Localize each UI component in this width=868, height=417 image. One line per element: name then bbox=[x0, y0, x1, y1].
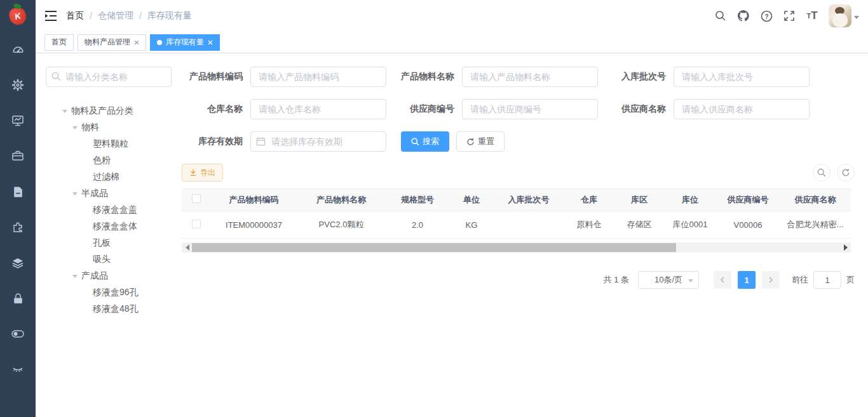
sidebar-item-layers[interactable] bbox=[0, 245, 36, 281]
horizontal-scrollbar[interactable] bbox=[182, 242, 851, 253]
user-avatar[interactable] bbox=[829, 4, 851, 27]
table-row[interactable]: ITEM00000037 PVC2.0颗粒 2.0 KG 原料仓 存储区 库位0… bbox=[182, 211, 851, 239]
breadcrumb-separator: / bbox=[90, 11, 92, 21]
category-search bbox=[46, 67, 172, 87]
batch-no-input[interactable] bbox=[674, 67, 810, 87]
prev-page-button[interactable] bbox=[714, 271, 731, 289]
tab-home[interactable]: 首页 bbox=[44, 34, 74, 51]
chevron-right-icon bbox=[768, 277, 774, 283]
field-label: 供应商编号 bbox=[393, 103, 462, 115]
sidebar-item-tool[interactable] bbox=[0, 138, 36, 174]
field-label: 产品物料名称 bbox=[393, 71, 462, 83]
page-number-button[interactable]: 1 bbox=[738, 271, 756, 289]
cell-item-code: ITEM00000037 bbox=[211, 211, 297, 239]
main-column: 首页 / 仓储管理 / 库存现有量 ? bbox=[36, 0, 868, 417]
filter-supplier-name: 供应商名称 bbox=[605, 99, 810, 119]
fullscreen-icon bbox=[783, 10, 795, 22]
sidebar-item-monitor[interactable] bbox=[0, 103, 36, 138]
expiry-date-input[interactable] bbox=[250, 131, 386, 152]
sidebar-item-document[interactable] bbox=[0, 174, 36, 209]
app-logo[interactable]: K bbox=[0, 0, 36, 32]
tree-node[interactable]: 移液盒96孔 bbox=[46, 284, 172, 301]
jump-page-input[interactable] bbox=[813, 271, 841, 289]
scroll-right-arrow[interactable] bbox=[841, 242, 851, 253]
tree-node[interactable]: 过滤棉 bbox=[46, 169, 172, 185]
page-size-select[interactable]: 10条/页 bbox=[638, 271, 699, 289]
cell-location: 库位0001 bbox=[664, 211, 716, 239]
filter-row-3: 库存有效期 搜索 重置 bbox=[182, 131, 855, 152]
close-icon[interactable] bbox=[208, 38, 213, 47]
tree-node[interactable]: 移液盒盒体 bbox=[46, 218, 172, 235]
tree-node[interactable]: 色粉 bbox=[46, 152, 172, 169]
tree-node[interactable]: 物料 bbox=[46, 119, 172, 136]
fullscreen-button[interactable] bbox=[778, 0, 801, 32]
header-checkbox-cell bbox=[182, 189, 211, 211]
column-header: 单位 bbox=[449, 189, 494, 211]
refresh-icon bbox=[841, 168, 850, 177]
table-header-row: 产品物料编码 产品物料名称 规格型号 单位 入库批次号 仓库 库区 库位 供应商… bbox=[182, 189, 851, 211]
tree-node[interactable]: 物料及产品分类 bbox=[46, 103, 172, 119]
chevron-down-icon[interactable] bbox=[72, 275, 78, 281]
triangle-left-icon bbox=[182, 244, 189, 251]
help-button[interactable]: ? bbox=[755, 0, 778, 32]
next-page-button[interactable] bbox=[762, 271, 780, 289]
sidebar-item-lock[interactable] bbox=[0, 281, 36, 316]
item-name-input[interactable] bbox=[462, 67, 598, 87]
column-header: 供应商编号 bbox=[716, 189, 780, 211]
tab-material-product[interactable]: 物料产品管理 bbox=[78, 34, 146, 51]
scroll-left-arrow[interactable] bbox=[182, 242, 192, 253]
pagination: 共 1 条 10条/页 1 前往 bbox=[182, 271, 855, 289]
search-icon bbox=[817, 168, 826, 177]
close-icon[interactable] bbox=[134, 38, 139, 47]
breadcrumb-home[interactable]: 首页 bbox=[66, 10, 84, 22]
fold-menu-icon bbox=[44, 10, 57, 22]
user-menu-caret-icon[interactable] bbox=[854, 16, 859, 22]
tree-node[interactable]: 半成品 bbox=[46, 185, 172, 202]
tab-inventory-onhand[interactable]: 库存现有量 bbox=[150, 34, 220, 51]
select-all-checkbox[interactable] bbox=[192, 194, 201, 203]
row-checkbox[interactable] bbox=[192, 220, 201, 228]
field-label: 入库批次号 bbox=[605, 71, 674, 83]
scrollbar-thumb[interactable] bbox=[192, 243, 676, 252]
tree-node[interactable]: 吸头 bbox=[46, 251, 172, 268]
supplier-name-input[interactable] bbox=[674, 99, 810, 119]
font-size-button[interactable]: TT bbox=[801, 0, 824, 32]
chevron-down-icon bbox=[688, 279, 693, 285]
refresh-table-button[interactable] bbox=[837, 164, 855, 182]
toggle-search-button[interactable] bbox=[813, 164, 831, 182]
sidebar-item-eye[interactable] bbox=[0, 352, 36, 387]
tree-node[interactable]: 塑料颗粒 bbox=[46, 136, 172, 152]
warehouse-name-input[interactable] bbox=[250, 99, 386, 119]
chevron-down-icon[interactable] bbox=[62, 110, 67, 116]
tree-node[interactable]: 移液盒盒盖 bbox=[46, 202, 172, 218]
chevron-down-icon[interactable] bbox=[72, 126, 78, 132]
svg-text:?: ? bbox=[764, 13, 768, 20]
supplier-code-input[interactable] bbox=[462, 99, 598, 119]
header-search-button[interactable] bbox=[709, 0, 732, 32]
cell-item-name: PVC2.0颗粒 bbox=[297, 211, 386, 239]
category-search-input[interactable] bbox=[46, 67, 172, 87]
export-button[interactable]: 导出 bbox=[182, 164, 223, 182]
reset-button[interactable]: 重置 bbox=[456, 131, 505, 152]
font-size-small-glyph: T bbox=[806, 12, 811, 20]
item-code-input[interactable] bbox=[250, 67, 386, 87]
collapse-sidebar-button[interactable] bbox=[36, 0, 66, 32]
topbar-actions: ? TT bbox=[709, 0, 868, 32]
chevron-down-icon[interactable] bbox=[72, 192, 78, 198]
refresh-icon bbox=[466, 138, 475, 146]
sidebar-item-plugin[interactable] bbox=[0, 209, 36, 245]
sidebar-item-dashboard[interactable] bbox=[0, 32, 36, 67]
sidebar-item-toggle[interactable] bbox=[0, 316, 36, 352]
tree-node[interactable]: 移液盒48孔 bbox=[46, 301, 172, 317]
filter-warehouse-name: 仓库名称 bbox=[182, 99, 386, 119]
tree-node[interactable]: 孔板 bbox=[46, 235, 172, 251]
lock-icon bbox=[12, 293, 24, 305]
search-button[interactable]: 搜索 bbox=[401, 131, 449, 152]
font-size-big-glyph: T bbox=[811, 10, 817, 22]
sidebar-item-system[interactable] bbox=[0, 67, 36, 103]
tree-node-label: 半成品 bbox=[81, 188, 108, 199]
column-header: 产品物料编码 bbox=[211, 189, 297, 211]
filter-expiry-date: 库存有效期 bbox=[182, 131, 386, 152]
tree-node[interactable]: 产成品 bbox=[46, 268, 172, 284]
github-link-button[interactable] bbox=[732, 0, 755, 32]
